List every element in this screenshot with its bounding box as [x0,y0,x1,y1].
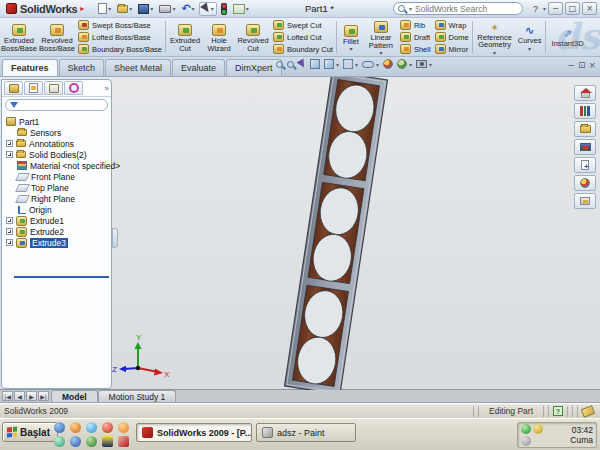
design-library-button[interactable] [574,103,596,119]
display-style-button[interactable]: ▾ [343,59,358,69]
solidworks-resources-button[interactable] [574,85,596,101]
doc-close-button[interactable]: × [588,60,596,70]
edit-appearance-button[interactable] [383,59,393,69]
expand-plus-icon[interactable] [6,217,13,224]
quick-tips-icon[interactable]: ? [553,406,563,416]
help-button[interactable]: ? [533,4,538,14]
rib-button[interactable]: Rib [400,20,431,31]
tree-item-solid-bodies[interactable]: Solid Bodies(2) [2,149,111,160]
tree-item-origin[interactable]: Origin [2,204,111,215]
undo-button[interactable]: ↶▾ [179,2,196,16]
search-dropdown-icon[interactable]: ▾ [409,5,412,12]
select-tool-button[interactable]: ▾ [199,2,217,16]
network-globe-icon[interactable] [70,436,81,447]
next-tab-button[interactable]: ▶ [26,391,37,401]
mirror-button[interactable]: Mirror [435,44,469,55]
dome-button[interactable]: Dome [435,32,469,43]
boundary-cut-button[interactable]: Boundary Cut [273,44,333,55]
view-palette-button[interactable] [574,139,596,155]
taskbar-solidworks-task[interactable]: SolidWorks 2009 - [P... [136,423,252,442]
first-tab-button[interactable]: |◀ [2,391,13,401]
shell-button[interactable]: Shell [400,44,431,55]
firefox-icon[interactable] [70,422,81,433]
swept-boss-button[interactable]: Swept Boss/Base [78,20,162,31]
tree-item-right-plane[interactable]: Right Plane [2,193,111,204]
expand-plus-icon[interactable] [6,239,13,246]
options-button[interactable]: ▾ [231,2,251,16]
lofted-cut-button[interactable]: Lofted Cut [273,32,333,43]
tree-item-extrude2[interactable]: Extrude2 [2,226,111,237]
green-globe-icon[interactable] [86,436,97,447]
orange-app-icon[interactable] [118,422,129,433]
tree-item-top-plane[interactable]: Top Plane [2,182,111,193]
wrap-button[interactable]: Wrap [435,20,469,31]
tree-item-annotations[interactable]: Annotations [2,138,111,149]
expand-plus-icon[interactable] [6,228,13,235]
apply-scene-button[interactable]: ▾ [397,59,412,69]
tab-sketch[interactable]: Sketch [59,59,105,76]
tree-item-extrude1[interactable]: Extrude1 [2,215,111,226]
hide-show-items-button[interactable]: ▾ [362,61,379,68]
property-manager-tab[interactable] [24,81,43,95]
reference-geometry-button[interactable]: ✶ Reference Geometry▾ [474,20,516,55]
draft-button[interactable]: Draft [400,32,431,43]
hole-wizard-button[interactable]: Hole Wizard [203,22,235,52]
taskbar-paint-task[interactable]: adsz - Paint [256,423,356,442]
revolved-boss-button[interactable]: Revolved Boss/Base [38,22,76,52]
dimxpert-manager-tab[interactable] [64,81,83,95]
tree-item-front-plane[interactable]: Front Plane [2,171,111,182]
fillet-button[interactable]: Fillet▾ [338,23,364,52]
tab-dimxpert[interactable]: DimXpert [226,59,282,76]
messenger-icon[interactable] [54,436,65,447]
configuration-manager-tab[interactable] [44,81,63,95]
connection-globe-icon[interactable] [533,424,543,434]
help-dropdown-icon[interactable]: ▾ [543,5,546,12]
zoom-area-button[interactable] [287,61,294,68]
rebuild-button[interactable] [219,2,229,16]
print-button[interactable]: ▾ [157,2,177,16]
tab-evaluate[interactable]: Evaluate [172,59,225,76]
previous-view-button[interactable] [298,60,306,68]
tab-sheet-metal[interactable]: Sheet Metal [105,59,171,76]
minimize-button[interactable]: − [548,2,563,15]
frame-model[interactable] [285,77,388,390]
lofted-boss-button[interactable]: Lofted Boss/Base [78,32,162,43]
tree-item-part1[interactable]: Part1 [2,116,111,127]
tree-filter-field[interactable] [5,99,108,111]
view-orientation-button[interactable]: ▾ [324,59,339,69]
section-view-button[interactable] [310,59,320,69]
file-explorer-button[interactable] [574,121,596,137]
menu-expand-icon[interactable]: ▸ [80,4,84,13]
start-button[interactable]: Başlat [2,422,58,442]
close-button[interactable]: × [582,2,597,15]
media-app-icon[interactable] [118,436,129,447]
doc-restore-button[interactable]: ⊡ [578,60,586,70]
restore-button[interactable]: □ [565,2,580,15]
motion-study-tab[interactable]: Motion Study 1 [98,390,177,402]
prev-tab-button[interactable]: ◀ [14,391,25,401]
view-settings-button[interactable]: ▾ [416,60,432,68]
expand-plus-icon[interactable] [6,151,13,158]
swept-cut-button[interactable]: Swept Cut [273,20,333,31]
document-recovery-button[interactable] [574,157,596,173]
tag-icon[interactable] [581,405,595,418]
zoom-fit-button[interactable] [276,61,283,68]
tree-item-sensors[interactable]: Sensors [2,127,111,138]
extruded-cut-button[interactable]: Extruded Cut [167,22,203,52]
tree-item-extrude3[interactable]: Extrude3 [2,237,111,248]
search-input[interactable] [415,4,510,14]
extruded-boss-button[interactable]: Extruded Boss/Base [0,22,38,52]
network-activity-icon[interactable] [521,424,531,434]
custom-properties-button[interactable] [574,193,596,209]
last-tab-button[interactable]: ▶| [38,391,49,401]
instant3d-button[interactable]: ⇗ Instant3D [547,26,589,48]
feature-manager-tab[interactable] [4,81,23,95]
manager-overflow-button[interactable]: » [105,84,109,93]
panel-splitter-handle[interactable] [112,228,118,248]
revolved-cut-button[interactable]: Revolved Cut [235,22,271,52]
appearances-scenes-button[interactable] [574,175,596,191]
tree-item-material[interactable]: Material <not specified> [2,160,111,171]
model-tab[interactable]: Model [51,390,98,402]
expand-plus-icon[interactable] [6,140,13,147]
tab-features[interactable]: Features [2,59,58,76]
